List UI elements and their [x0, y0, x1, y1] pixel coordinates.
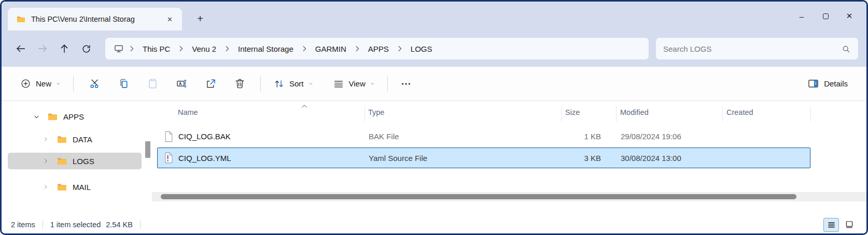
- item-count: 2 items: [11, 221, 35, 229]
- column-divider[interactable]: [562, 106, 562, 122]
- chevron-right-icon: [222, 46, 232, 52]
- selection-size: 2.54 KB: [106, 221, 133, 229]
- folder-icon: [16, 14, 26, 24]
- cut-icon: [89, 78, 101, 90]
- forward-button[interactable]: [32, 39, 53, 58]
- search-box[interactable]: [656, 38, 858, 60]
- more-options-button[interactable]: [394, 73, 418, 95]
- folder-icon: [47, 111, 58, 122]
- horizontal-scrollbar[interactable]: [152, 192, 866, 201]
- breadcrumb-item-logs[interactable]: LOGS: [405, 42, 438, 56]
- toolbar-divider: [387, 76, 388, 92]
- tree-item-logs-selected[interactable]: LOGS: [8, 153, 142, 169]
- view-button-label: View: [349, 79, 366, 88]
- refresh-button[interactable]: [75, 39, 97, 58]
- view-button[interactable]: View: [327, 73, 381, 95]
- details-pane-icon: [807, 78, 819, 90]
- column-header-size[interactable]: Size: [565, 108, 580, 116]
- details-pane-label: Details: [824, 79, 848, 88]
- share-button[interactable]: [196, 73, 225, 95]
- folder-icon: [57, 156, 67, 167]
- column-header-created[interactable]: Created: [726, 108, 753, 116]
- chevron-collapsed-icon[interactable]: [40, 158, 51, 164]
- folder-icon: [57, 182, 67, 193]
- chevron-right-icon: [176, 46, 186, 52]
- chevron-collapsed-icon[interactable]: [40, 184, 51, 190]
- breadcrumb[interactable]: This PC Venu 2 Internal Storage GARMIN A…: [105, 38, 649, 60]
- column-divider[interactable]: [722, 106, 723, 122]
- paste-button[interactable]: [138, 73, 167, 95]
- tree-item-data[interactable]: DATA: [8, 131, 142, 148]
- new-button[interactable]: New: [14, 73, 67, 95]
- chevron-right-icon: [300, 46, 309, 52]
- delete-button[interactable]: [225, 73, 254, 95]
- column-divider[interactable]: [616, 106, 617, 122]
- copy-button[interactable]: [109, 73, 138, 95]
- explorer-tab[interactable]: This PC\Venu 2\Internal Storag ✕: [8, 8, 182, 31]
- status-divider: [43, 221, 43, 229]
- view-icon: [333, 78, 344, 90]
- sort-icon: [273, 78, 285, 90]
- breadcrumb-item-internal-storage[interactable]: Internal Storage: [233, 42, 299, 56]
- titlebar: This PC\Venu 2\Internal Storag ✕ + – ✕: [2, 2, 866, 31]
- file-name: CIQ_LOG.BAK: [178, 132, 231, 141]
- new-button-label: New: [36, 79, 51, 88]
- view-toggles: [823, 218, 857, 232]
- file-size: 3 KB: [515, 154, 601, 163]
- tree-item-mail[interactable]: MAIL: [8, 179, 142, 195]
- chevron-right-icon: [127, 46, 136, 52]
- sort-ascending-caret-icon: [301, 104, 307, 108]
- forward-arrow-icon: [37, 43, 48, 54]
- file-row-ciq-log-bak[interactable]: CIQ_LOG.BAK BAK File 1 KB 29/08/2024 19:…: [157, 126, 810, 146]
- tree-item-apps[interactable]: APPS: [8, 108, 142, 125]
- horizontal-scrollbar-thumb[interactable]: [161, 194, 796, 199]
- up-button[interactable]: [53, 39, 75, 58]
- minimize-button[interactable]: –: [790, 6, 814, 26]
- chevron-collapsed-icon[interactable]: [40, 136, 51, 142]
- breadcrumb-item-apps[interactable]: APPS: [363, 42, 394, 56]
- file-icon: [163, 130, 174, 143]
- file-name: CIQ_LOG.YML: [178, 154, 231, 163]
- content-area: APPS DATA LOGS MAIL Name Type: [2, 101, 866, 216]
- large-icons-view-toggle[interactable]: [842, 218, 857, 232]
- back-arrow-icon: [15, 43, 26, 54]
- column-header-modified[interactable]: Modified: [620, 108, 649, 116]
- breadcrumb-item-garmin[interactable]: GARMIN: [310, 42, 352, 56]
- chevron-expanded-icon[interactable]: [31, 113, 42, 120]
- maximize-icon: [823, 13, 829, 19]
- file-row-ciq-log-yml-selected[interactable]: CIQ_LOG.YML Yaml Source File 3 KB 30/08/…: [157, 148, 810, 168]
- details-view-toggle[interactable]: [823, 218, 839, 232]
- column-divider[interactable]: [365, 106, 365, 122]
- breadcrumb-item-venu2[interactable]: Venu 2: [187, 42, 221, 56]
- chevron-down-icon: [56, 81, 61, 86]
- rename-button[interactable]: [167, 73, 196, 95]
- column-divider[interactable]: [810, 106, 811, 122]
- breadcrumb-item-this-pc[interactable]: This PC: [137, 42, 175, 56]
- trash-icon: [234, 78, 246, 90]
- sidebar-vertical-scrollbar[interactable]: [145, 141, 150, 158]
- details-pane-button[interactable]: Details: [801, 73, 854, 95]
- column-header-type[interactable]: Type: [368, 108, 384, 116]
- plus-circle-icon: [20, 78, 31, 89]
- selection-count: 1 item selected: [50, 221, 101, 229]
- close-button[interactable]: ✕: [837, 6, 861, 26]
- chevron-right-icon: [395, 46, 404, 52]
- command-toolbar: New Sort View: [2, 67, 866, 101]
- sort-button[interactable]: Sort: [267, 73, 319, 95]
- search-icon[interactable]: [841, 44, 851, 54]
- new-tab-button[interactable]: +: [191, 10, 209, 27]
- tab-close-icon[interactable]: ✕: [164, 14, 176, 24]
- tree-item-label: LOGS: [73, 157, 94, 166]
- sort-button-label: Sort: [289, 79, 304, 88]
- file-modified: 29/08/2024 19:06: [621, 132, 681, 141]
- maximize-button[interactable]: [814, 6, 837, 26]
- column-header-name[interactable]: Name: [178, 108, 198, 116]
- file-modified: 30/08/2024 13:00: [621, 154, 681, 163]
- search-input[interactable]: [663, 45, 841, 53]
- cut-button[interactable]: [80, 73, 109, 95]
- toolbar-divider: [73, 76, 74, 92]
- window-controls: – ✕: [790, 2, 861, 31]
- tree-item-label: MAIL: [73, 183, 91, 192]
- back-button[interactable]: [10, 39, 32, 58]
- this-pc-icon: [111, 43, 126, 54]
